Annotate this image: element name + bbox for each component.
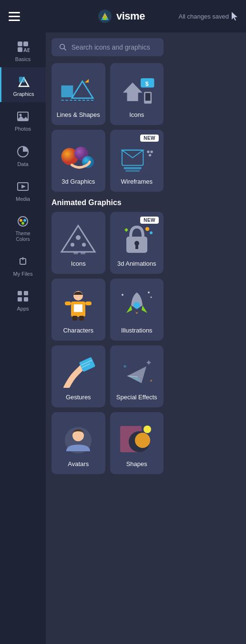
svg-point-51 [76,235,81,240]
sidebar-item-photos-label: Photos [15,126,31,132]
search-input[interactable] [72,43,156,51]
animated-icons-card[interactable]: Icons [51,212,105,274]
illustrations-label: Illustrations [121,327,153,334]
svg-marker-45 [122,150,143,158]
cursor-icon [232,12,238,21]
svg-text:$: $ [145,81,149,87]
sidebar-item-theme-colors[interactable]: ThemeColors [0,207,46,247]
svg-marker-33 [85,79,89,83]
svg-point-56 [150,231,153,234]
gestures-label: Gestures [66,394,91,401]
sidebar-item-data[interactable]: Data [0,137,46,172]
svg-marker-16 [21,185,26,188]
avatars-image [59,422,97,456]
brand-logo: visme [92,9,145,24]
sidebar-item-my-files-label: My Files [13,271,33,277]
shapes-card[interactable]: Shapes [110,412,164,474]
sidebar-item-my-files[interactable]: My Files [0,247,46,282]
header: visme All changes saved [0,0,246,32]
svg-point-18 [20,219,22,222]
sidebar-item-basics[interactable]: ABC Basics [0,32,46,67]
characters-card[interactable]: Characters [51,279,105,341]
svg-rect-58 [135,245,138,249]
svg-point-57 [134,241,139,246]
lines-shapes-label: Lines & Shapes [57,111,100,118]
gestures-card[interactable]: Gestures [51,345,105,407]
animated-graphics-title: Animated Graphics [51,198,164,207]
characters-label: Characters [63,327,93,334]
icons-card[interactable]: $ Icons [110,63,164,125]
svg-point-67 [122,294,123,296]
basics-icon: ABC [15,39,31,54]
svg-rect-7 [23,42,28,46]
3d-animations-card[interactable]: NEW 3d Animations [110,212,164,274]
special-effects-label: Special Effects [116,394,157,401]
svg-rect-64 [72,316,77,321]
illustrations-image [118,289,156,322]
content-wrapper: ABC Basics Graphics Photos [0,32,169,644]
svg-point-55 [145,227,149,231]
svg-point-68 [150,296,152,298]
characters-image [59,289,97,322]
svg-marker-34 [127,92,138,101]
3d-graphics-image [59,140,97,173]
shapes-label: Shapes [126,460,147,467]
sidebar-item-graphics-label: Graphics [13,91,34,97]
3d-animations-image [118,222,156,255]
icons-image: $ [118,73,156,106]
svg-point-69 [148,291,150,293]
svg-rect-63 [85,301,92,305]
hamburger-button[interactable] [9,12,20,21]
svg-rect-25 [24,291,28,295]
avatars-card[interactable]: Avatars [51,412,105,474]
3d-graphics-card[interactable]: 3d Graphics [51,130,105,192]
search-icon [59,43,67,52]
avatars-label: Avatars [68,460,89,467]
svg-point-66 [133,302,140,309]
svg-marker-30 [72,81,93,98]
illustrations-card[interactable]: Illustrations [110,279,164,341]
wireframes-image [118,140,156,173]
3d-graphics-label: 3d Graphics [62,178,95,185]
svg-rect-24 [18,291,22,295]
sidebar-item-apps-label: Apps [17,306,29,312]
svg-marker-13 [18,116,28,121]
apps-icon [15,289,31,304]
svg-rect-31 [62,85,73,97]
animated-icons-image [59,222,97,255]
svg-rect-6 [18,47,22,52]
svg-rect-27 [24,297,28,301]
3d-animations-label: 3d Animations [117,260,156,267]
sidebar-item-apps[interactable]: Apps [0,282,46,317]
svg-marker-4 [232,12,237,21]
animated-graphics-grid: Icons NEW [51,212,164,474]
special-effects-image [118,355,156,389]
media-icon [15,179,31,194]
my-files-icon [15,254,31,269]
sidebar-item-media-label: Media [16,196,30,202]
svg-rect-40 [145,93,151,101]
svg-point-12 [20,114,22,116]
special-effects-card[interactable]: Special Effects [110,345,164,407]
photos-icon [15,109,31,124]
main-panel: Lines & Shapes $ [46,32,169,644]
svg-point-52 [71,243,74,247]
sidebar: ABC Basics Graphics Photos [0,32,46,644]
3d-animations-badge: NEW [140,217,159,224]
animated-icons-label: Icons [71,260,86,267]
logo-bird-icon [97,9,113,24]
gestures-image [59,355,97,389]
search-bar[interactable] [51,38,164,56]
svg-point-19 [23,219,26,222]
shapes-image [118,422,156,456]
lines-shapes-card[interactable]: Lines & Shapes [51,63,105,125]
sidebar-item-photos[interactable]: Photos [0,102,46,137]
sidebar-item-graphics[interactable]: Graphics [0,67,46,102]
wireframes-card[interactable]: NEW Wireframes [110,130,164,192]
svg-point-79 [123,365,126,367]
svg-rect-26 [18,297,22,301]
sidebar-item-media[interactable]: Media [0,172,46,207]
icons-label: Icons [129,111,144,118]
svg-marker-35 [123,83,142,93]
svg-point-86 [144,426,151,433]
